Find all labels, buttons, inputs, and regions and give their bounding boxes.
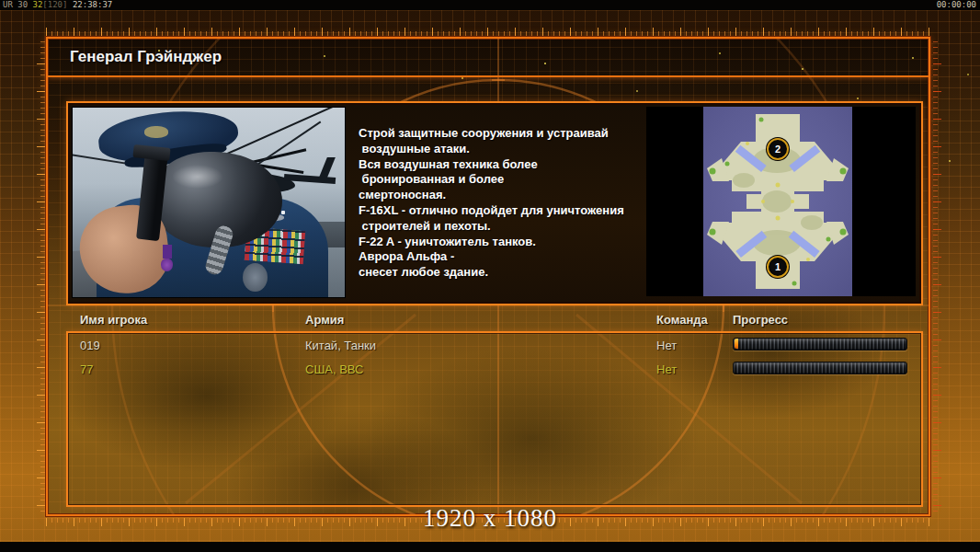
debug-bracket: [120] (42, 0, 73, 9)
briefing-line: бронированная и более (359, 172, 662, 188)
column-header-progress: Прогресс (733, 313, 788, 327)
game-loading-screen: UR 30 32[120] 22:38:37 00:00:00 Генерал … (0, 0, 980, 552)
progress-fill (735, 339, 738, 349)
debug-counters: UR 30 32[120] 22:38:37 (3, 0, 112, 10)
main-frame: Генерал Грэйнджер (46, 37, 930, 516)
briefing-line: строителей и пехоты. (359, 219, 662, 235)
players-table: 019 Китай, Танки Нет 77 США, ВВС Нет (66, 331, 923, 507)
player-row: 77 США, ВВС Нет (68, 362, 921, 378)
general-portrait (72, 107, 346, 298)
debug-clock: 22:38:37 (73, 0, 112, 9)
player-team: Нет (656, 362, 677, 378)
ruler-right (933, 37, 942, 516)
column-header-player-name: Имя игрока (80, 313, 147, 327)
player-row: 019 Китай, Танки Нет (68, 338, 921, 354)
briefing-line: смертоносная. (359, 188, 662, 203)
visor-glare (172, 165, 223, 189)
player-army: США, ВВС (305, 362, 364, 378)
briefing-line: Аврора Альфа - (359, 249, 662, 265)
page-title: Генерал Грэйнджер (70, 39, 222, 75)
briefing-line: воздушные атаки. (359, 142, 662, 157)
column-header-army: Армия (305, 313, 344, 327)
briefing-line: F-16XL - отлично подойдет для уничтожени… (359, 203, 662, 219)
purple-heart-medal (161, 259, 173, 271)
spawn-point-badge: 1 (767, 256, 789, 278)
cap-badge (144, 126, 168, 138)
spawn-point-badge: 2 (767, 138, 789, 160)
purple-heart-ribbon (163, 245, 172, 259)
game-timer: 00:00:00 (937, 0, 976, 10)
player-name: 77 (80, 362, 93, 378)
resolution-label: 1920 x 1080 (0, 504, 980, 533)
briefing-line: снесет любое здание. (359, 265, 662, 281)
title-bar: Генерал Грэйнджер (48, 39, 929, 77)
uniform-emblem (243, 263, 268, 292)
player-name: 019 (80, 338, 100, 354)
ruler-left (36, 37, 45, 516)
debug-prefix: UR 30 (3, 0, 33, 9)
loading-progress-bar (733, 362, 907, 374)
debug-fps: 32 (33, 0, 43, 9)
player-army: Китай, Танки (305, 338, 376, 354)
loading-progress-bar (733, 338, 907, 351)
helicopter-fin (318, 157, 336, 179)
briefing-line: Вся воздушная техника более (359, 157, 662, 173)
general-info-box: Строй защитные сооружения и устраивай во… (66, 101, 923, 305)
map-preview-panel: 2 1 (646, 107, 916, 296)
ruler-top (46, 27, 930, 36)
map-preview: 2 1 (703, 107, 852, 296)
players-table-header: Имя игрока Армия Команда Прогресс (66, 313, 919, 331)
debug-status-bar: UR 30 32[120] 22:38:37 00:00:00 (0, 0, 980, 10)
bottom-letterbox (0, 542, 980, 552)
general-briefing: Строй защитные сооружения и устраивай во… (359, 126, 662, 281)
player-team: Нет (656, 338, 677, 354)
briefing-line: Строй защитные сооружения и устраивай (359, 126, 662, 142)
column-header-team: Команда (656, 313, 708, 327)
briefing-line: F-22 A - уничтожитель танков. (359, 235, 662, 250)
